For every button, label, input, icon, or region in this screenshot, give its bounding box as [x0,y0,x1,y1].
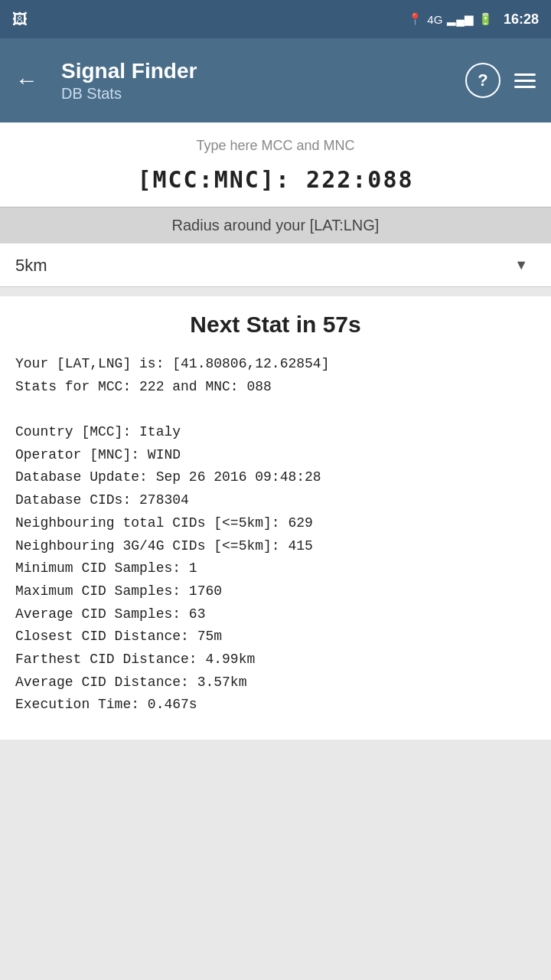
battery-icon: 🔋 [478,12,493,26]
location-icon: 📍 [408,12,422,26]
stats-card: Next Stat in 57s Your [LAT,LNG] is: [41.… [0,296,551,740]
input-section: Type here MCC and MNC [MCC:MNC]: 222:088 [0,122,551,207]
menu-button[interactable] [514,74,536,88]
signal-icon: ▂▄▆ [447,12,474,26]
back-button[interactable]: ← [15,67,38,93]
radius-section: Radius around your [LAT:LNG] [0,207,551,243]
stats-text: Your [LAT,LNG] is: [41.80806,12.62854] S… [15,353,536,717]
help-button[interactable]: ? [465,63,500,98]
photo-icon: 🖼 [12,11,28,28]
dropdown-wrapper: 1km 2km 5km 10km 20km 50km ▼ [15,243,536,286]
app-subtitle: DB Stats [61,85,450,103]
input-hint: Type here MCC and MNC [15,138,536,154]
app-bar-titles: Signal Finder DB Stats [61,59,450,103]
next-stat-title: Next Stat in 57s [15,312,536,338]
main-content: Type here MCC and MNC [MCC:MNC]: 222:088… [0,122,551,740]
dropdown-section: 1km 2km 5km 10km 20km 50km ▼ [0,243,551,287]
app-bar-actions: ? [465,63,536,98]
network-type-badge: 4G [427,13,442,26]
app-bar: ← Signal Finder DB Stats ? [0,38,551,122]
radius-dropdown[interactable]: 1km 2km 5km 10km 20km 50km [15,243,536,286]
status-icons: 📍 4G ▂▄▆ 🔋 [408,12,493,26]
status-bar: 🖼 📍 4G ▂▄▆ 🔋 16:28 [0,0,551,38]
menu-line-1 [514,74,536,76]
radius-label: Radius around your [LAT:LNG] [172,217,380,234]
menu-line-3 [514,86,536,88]
mcc-mnc-value[interactable]: [MCC:MNC]: 222:088 [15,160,536,199]
menu-line-2 [514,80,536,82]
app-title: Signal Finder [61,59,450,83]
status-time: 16:28 [504,11,539,28]
